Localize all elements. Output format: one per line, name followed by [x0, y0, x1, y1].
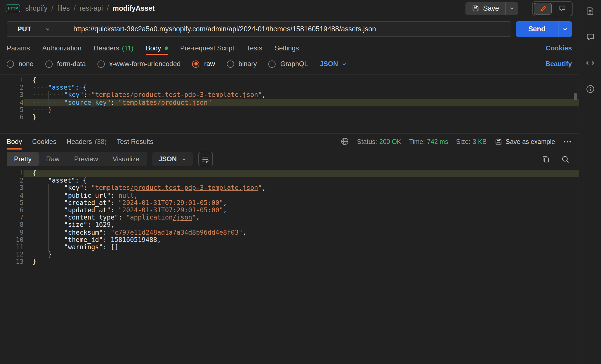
body-mode-x-www-form-urlencoded[interactable]: x-www-form-urlencoded [97, 60, 181, 68]
breadcrumb-item-files[interactable]: files [57, 4, 70, 12]
body-mode-raw[interactable]: raw [192, 60, 215, 68]
response-language-value: JSON [159, 155, 177, 163]
line-content: "warnings": [] [24, 244, 579, 251]
breadcrumb-item-modifyasset[interactable]: modifyAsset [113, 4, 155, 12]
response-toolbar-right [542, 155, 572, 163]
editor-line: 1{ [0, 170, 579, 177]
body-language-select[interactable]: JSON [320, 60, 346, 68]
breadcrumb-item-shopify[interactable]: shopify [25, 4, 47, 12]
breadcrumb-separator: / [74, 4, 76, 12]
line-content: "key": "templates/product.test-pdp-3-tem… [24, 185, 579, 192]
body-mode-form-data[interactable]: form-data [45, 60, 86, 68]
search-response-button[interactable] [561, 155, 570, 163]
cookies-link[interactable]: Cookies [546, 44, 572, 52]
tab-cookies[interactable]: Cookies [32, 134, 57, 150]
editor-line: 9 "checksum": "c797e11d248ad1a7a34d8b96d… [0, 229, 579, 236]
wrap-text-button[interactable] [198, 152, 213, 166]
breadcrumb-item-rest-api[interactable]: rest-api [80, 4, 103, 12]
tab-pre-request-script[interactable]: Pre-request Script [180, 41, 234, 55]
editor-line: 6} [0, 114, 579, 121]
response-view-preview[interactable]: Preview [67, 152, 105, 166]
tab-label: Cookies [32, 138, 57, 146]
tab-label: Body [7, 138, 22, 146]
line-number: 1 [0, 170, 24, 177]
search-icon [561, 155, 570, 163]
line-content: "checksum": "c797e11d248ad1a7a34d8b96dd4… [24, 229, 579, 236]
tab-test-results[interactable]: Test Results [117, 134, 153, 150]
more-actions-button[interactable] [563, 137, 572, 146]
tab-headers[interactable]: Headers(38) [66, 134, 106, 150]
mode-label: binary [239, 60, 257, 68]
line-content: { [24, 170, 579, 177]
request-tabs: ParamsAuthorizationHeaders(11)BodyPre-re… [0, 41, 579, 55]
chevron-down-icon [562, 26, 568, 32]
line-number: 1 [0, 77, 24, 84]
radio-icon [227, 60, 234, 67]
body-mode-none[interactable]: none [7, 60, 33, 68]
mode-label: form-data [57, 60, 86, 68]
comment-request-button[interactable] [553, 3, 571, 14]
editor-line: 2 "asset": { [0, 177, 579, 184]
method-select[interactable]: PUT [7, 25, 73, 33]
request-body-editor[interactable]: 1{2····"asset":·{3········"key":·"templa… [0, 74, 579, 133]
line-number: 5 [0, 199, 24, 207]
tab-body[interactable]: Body [7, 134, 22, 150]
line-content: "public_url": null, [24, 192, 579, 199]
editor-line: 7 "content_type": "application/json", [0, 214, 579, 221]
response-view-visualize[interactable]: Visualize [105, 152, 147, 166]
line-content: { [24, 77, 579, 84]
response-language-select[interactable]: JSON [152, 152, 192, 166]
body-mode-graphql[interactable]: GraphQL [269, 60, 308, 68]
documentation-icon [586, 7, 595, 16]
response-view-pretty[interactable]: Pretty [7, 152, 39, 166]
tab-count: (11) [122, 44, 134, 52]
globe-icon[interactable] [341, 137, 349, 146]
response-body-editor[interactable]: 1{2 "asset": {3 "key": "templates/produc… [0, 169, 579, 364]
chevron-down-icon [181, 157, 186, 162]
line-number: 7 [0, 214, 24, 221]
response-view-raw[interactable]: Raw [39, 152, 67, 166]
line-content: ········"key":·"templates/product.test-p… [24, 92, 579, 99]
documentation-button[interactable] [586, 7, 595, 16]
body-mode-binary[interactable]: binary [227, 60, 257, 68]
tab-count: (38) [95, 138, 107, 146]
json-link[interactable]: /json [173, 213, 192, 221]
edit-request-button[interactable] [534, 3, 552, 14]
response-size: Size: 3 KB [456, 138, 487, 145]
save-label: Save [483, 4, 499, 12]
save-button-group: Save [465, 2, 518, 15]
tab-authorization[interactable]: Authorization [42, 41, 81, 55]
mode-label: none [18, 60, 33, 68]
time-label: Time: [409, 138, 425, 145]
send-button[interactable]: Send [516, 21, 558, 37]
comments-button[interactable] [586, 32, 595, 41]
http-request-icon: HTTP [6, 4, 20, 13]
save-button[interactable]: Save [465, 2, 505, 15]
save-as-example-button[interactable]: Save as example [495, 137, 555, 145]
radio-icon [97, 60, 105, 67]
beautify-link[interactable]: Beautify [545, 60, 572, 68]
breadcrumb-separator: / [52, 4, 53, 12]
copy-icon [542, 155, 550, 163]
json-link[interactable]: /product.test-pdp-3-template.json [130, 184, 258, 192]
tab-tests[interactable]: Tests [247, 41, 262, 55]
send-options-button[interactable] [558, 21, 572, 37]
send-button-group: Send [516, 21, 572, 37]
code-snippet-button[interactable] [585, 58, 595, 68]
size-label: Size: [456, 138, 470, 145]
tab-settings[interactable]: Settings [275, 41, 299, 55]
info-button[interactable] [586, 85, 595, 94]
code-snippet-icon [585, 58, 595, 68]
info-icon [586, 85, 595, 94]
tab-label: Pre-request Script [180, 44, 234, 52]
chevron-down-icon [509, 6, 515, 11]
line-content: "theme_id": 158160519488, [24, 236, 579, 244]
radio-icon [269, 60, 276, 67]
comments-icon [586, 32, 595, 41]
url-input[interactable]: https://quickstart-39c2a5a0.myshopify.co… [73, 25, 511, 33]
copy-response-button[interactable] [542, 155, 550, 163]
tab-headers[interactable]: Headers(11) [94, 41, 134, 55]
save-options-button[interactable] [505, 2, 518, 15]
tab-body[interactable]: Body [146, 41, 168, 55]
tab-params[interactable]: Params [7, 41, 30, 55]
